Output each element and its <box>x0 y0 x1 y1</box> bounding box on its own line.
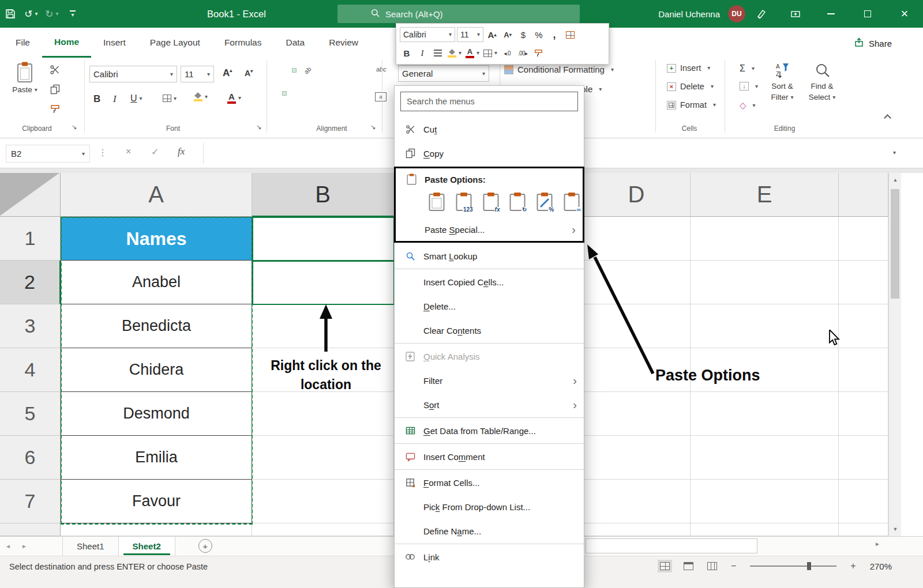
paste-option-values[interactable]: 123 <box>453 190 475 214</box>
menu-item-pick-from-list[interactable]: Pick From Drop-down List... <box>395 495 584 519</box>
normal-view-icon[interactable] <box>660 562 670 570</box>
menu-item-define-name[interactable]: Define Name... <box>395 519 584 543</box>
mini-increase-decimal-button[interactable]: .00▸ <box>516 46 530 61</box>
tab-page-layout[interactable]: Page Layout <box>138 28 212 58</box>
menu-item-clear-contents[interactable]: Clear Contents <box>395 318 584 342</box>
vertical-scroll-thumb[interactable] <box>891 189 899 299</box>
menu-search-input[interactable] <box>400 92 578 111</box>
add-sheet-button[interactable]: + <box>198 539 212 553</box>
scroll-down-icon[interactable]: ▼ <box>889 522 902 536</box>
horizontal-scroll-thumb[interactable] <box>586 538 757 553</box>
maximize-button[interactable] <box>849 0 886 28</box>
mini-center-button[interactable] <box>431 46 445 61</box>
number-format-select[interactable]: General▾ <box>398 65 489 82</box>
minimize-button[interactable] <box>812 0 849 28</box>
cell-b2-active[interactable] <box>252 261 394 304</box>
sheet-tab-sheet1[interactable]: Sheet1 <box>62 537 119 556</box>
menu-item-cut[interactable]: Cut <box>395 117 584 141</box>
row-header-1[interactable]: 1 <box>0 217 61 261</box>
cell-a1[interactable]: Names <box>61 217 252 261</box>
menu-item-get-data[interactable]: Get Data from Table/Range... <box>395 419 584 443</box>
cell-a5[interactable]: Desmond <box>61 392 252 436</box>
alignment-dialog-launcher[interactable]: ↘ <box>370 123 376 131</box>
row-header-3[interactable]: 3 <box>0 304 61 348</box>
tab-file[interactable]: File <box>3 28 42 58</box>
paintbrush-icon[interactable] <box>745 0 779 28</box>
tab-review[interactable]: Review <box>317 28 370 58</box>
clear-button[interactable]: ◇▾ <box>740 100 756 111</box>
mini-format-painter-button[interactable] <box>531 46 545 61</box>
mini-bold-button[interactable]: B <box>400 46 414 61</box>
undo-button[interactable]: ↺▾ <box>21 0 42 28</box>
cell-a3[interactable]: Benedicta <box>61 304 252 348</box>
format-painter-button[interactable] <box>47 101 62 116</box>
sheet-prev-icon[interactable]: ◄ <box>0 537 16 556</box>
zoom-slider[interactable] <box>750 566 836 567</box>
mini-font-size-select[interactable]: 11▾ <box>457 27 483 42</box>
find-select-button[interactable]: Find & Select▾ <box>804 62 840 101</box>
font-color-button[interactable]: A ▾ <box>227 92 241 104</box>
page-layout-view-icon[interactable] <box>684 562 693 570</box>
confirm-entry-icon[interactable]: ✓ <box>151 146 159 157</box>
insert-function-icon[interactable]: fx <box>178 146 185 157</box>
cancel-entry-icon[interactable]: × <box>126 146 131 157</box>
zoom-level[interactable]: 270% <box>870 561 892 571</box>
close-button[interactable]: × <box>886 0 923 28</box>
user-name[interactable]: Daniel Uchenna <box>658 9 720 19</box>
column-header-d[interactable]: D <box>583 173 691 217</box>
wrap-text-icon[interactable]: abc <box>376 66 387 73</box>
ribbon-display-options-icon[interactable] <box>779 0 812 28</box>
cut-button[interactable] <box>47 62 62 77</box>
mini-format-table-button[interactable] <box>563 27 577 42</box>
sheet-next-icon[interactable]: ► <box>16 537 32 556</box>
align-left-button[interactable] <box>272 91 277 96</box>
shrink-font-button[interactable]: A▾ <box>245 69 253 78</box>
mini-fill-color-button[interactable]: ▾ <box>447 46 463 61</box>
sort-filter-button[interactable]: AZ Sort & Filter▾ <box>763 62 802 101</box>
menu-item-smart-lookup[interactable]: Smart Lookup <box>395 244 584 268</box>
cell-a2[interactable]: Anabel <box>61 261 252 304</box>
zoom-out-icon[interactable]: − <box>731 561 736 571</box>
menu-item-link[interactable]: Link <box>395 545 584 569</box>
page-break-view-icon[interactable] <box>707 562 717 570</box>
collapse-ribbon-button[interactable] <box>884 114 891 122</box>
mini-font-name-select[interactable]: Calibri▾ <box>400 27 455 42</box>
align-bottom-button[interactable] <box>292 68 297 73</box>
decrease-indent-button[interactable] <box>302 91 306 96</box>
customize-quick-access-button[interactable]: ▾ <box>62 0 83 28</box>
align-center-button[interactable] <box>282 91 287 96</box>
borders-button[interactable]: ▾ <box>163 95 177 102</box>
row-header-4[interactable]: 4 <box>0 348 61 392</box>
grow-font-button[interactable]: A▴ <box>223 67 232 79</box>
menu-item-paste-special[interactable]: Paste Special... › <box>396 218 583 241</box>
cell-b1[interactable] <box>252 217 394 261</box>
redo-button[interactable]: ↻▾ <box>42 0 62 28</box>
row-header-2[interactable]: 2 <box>0 261 61 304</box>
row-header-6[interactable]: 6 <box>0 436 61 480</box>
zoom-slider-thumb[interactable] <box>807 562 811 570</box>
name-box[interactable]: B2 ▾ <box>6 145 90 163</box>
mini-italic-button[interactable]: I <box>415 46 429 61</box>
tab-home[interactable]: Home <box>42 28 91 58</box>
row-header-8-partial[interactable] <box>0 523 61 536</box>
column-header-partial[interactable] <box>839 173 888 217</box>
tab-formulas[interactable]: Formulas <box>212 28 274 58</box>
save-icon[interactable] <box>0 0 21 28</box>
fill-button[interactable]: ↓▾ <box>740 82 758 91</box>
menu-item-insert-comment[interactable]: Insert Comment <box>395 444 584 469</box>
mini-grow-font-button[interactable]: A▴ <box>485 27 499 42</box>
paste-option-formulas[interactable]: fx <box>480 190 502 214</box>
zoom-in-icon[interactable]: + <box>850 561 856 571</box>
font-name-select[interactable]: Calibri▾ <box>89 66 177 82</box>
row-header-7[interactable]: 7 <box>0 480 61 523</box>
merge-center-icon[interactable]: a <box>375 92 387 101</box>
namebox-splitter-icon[interactable]: ⋮ <box>98 147 107 158</box>
search-box[interactable]: Search (Alt+Q) <box>337 5 580 23</box>
underline-button[interactable]: U▾ <box>130 93 142 104</box>
menu-item-sort[interactable]: Sort › <box>395 393 584 417</box>
clipboard-dialog-launcher[interactable]: ↘ <box>72 123 77 131</box>
cell-a6[interactable]: Emilia <box>61 436 252 480</box>
vertical-scrollbar[interactable]: ▲ ▼ <box>888 173 901 536</box>
column-header-e[interactable]: E <box>691 173 839 217</box>
menu-item-format-cells[interactable]: Format Cells... <box>395 470 584 495</box>
